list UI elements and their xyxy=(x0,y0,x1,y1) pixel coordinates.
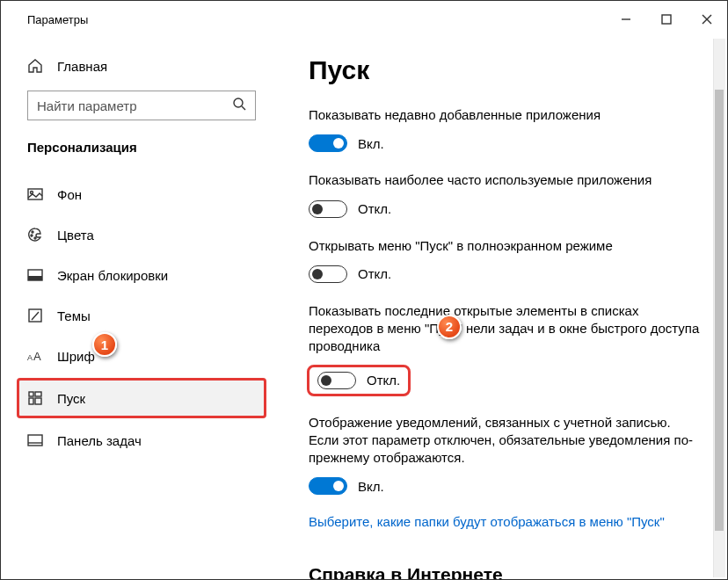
setting-notifications: Отображение уведомлений, связанных с уче… xyxy=(309,414,701,496)
svg-rect-18 xyxy=(29,398,33,404)
svg-rect-19 xyxy=(35,398,41,404)
svg-point-8 xyxy=(32,231,33,233)
svg-point-9 xyxy=(31,235,33,236)
search-input[interactable] xyxy=(27,91,256,120)
setting-label: Показывать наиболее часто используемые п… xyxy=(309,171,701,189)
svg-text:A: A xyxy=(33,350,41,362)
window-title: Параметры xyxy=(27,13,88,26)
sidebar-item-label: Темы xyxy=(57,308,91,323)
maximize-button[interactable] xyxy=(646,1,687,38)
font-icon: AA xyxy=(27,348,43,364)
sidebar-item-label: Фон xyxy=(57,187,82,202)
toggle-state: Откл. xyxy=(358,266,391,281)
toggle-jumplists[interactable] xyxy=(317,372,356,389)
sidebar-item-themes[interactable]: Темы xyxy=(1,295,282,336)
page-title: Пуск xyxy=(309,55,701,85)
toggle-state: Вкл. xyxy=(358,136,384,151)
sidebar: Главная Персонализация Фон Цвета Экран xyxy=(1,38,282,579)
scroll-thumb[interactable] xyxy=(715,90,724,181)
svg-point-10 xyxy=(34,237,36,239)
svg-point-7 xyxy=(31,192,33,194)
callout-1: 1 xyxy=(92,332,117,357)
scrollbar[interactable] xyxy=(713,39,725,577)
toggle-state: Откл. xyxy=(367,373,400,388)
svg-rect-17 xyxy=(35,392,41,396)
toggle-state: Вкл. xyxy=(358,479,384,494)
setting-jumplists: Показывать последние открытые элементы в… xyxy=(309,302,701,395)
sidebar-item-fonts[interactable]: AA Шриф 1 xyxy=(1,336,282,376)
toggle-state: Откл. xyxy=(358,201,391,216)
svg-rect-20 xyxy=(28,435,42,446)
sidebar-item-label: Пуск xyxy=(57,391,85,406)
search-icon xyxy=(232,97,246,114)
sidebar-item-colors[interactable]: Цвета xyxy=(1,214,282,255)
svg-text:A: A xyxy=(27,353,33,362)
setting-label: Показывать последние открытые элементы в… xyxy=(309,302,701,356)
setting-most-used: Показывать наиболее часто используемые п… xyxy=(309,171,701,217)
setting-label: Показывать недавно добавленные приложени… xyxy=(309,106,701,124)
folders-link[interactable]: Выберите, какие папки будут отображаться… xyxy=(309,514,701,529)
toggle-recent-apps[interactable] xyxy=(309,134,347,152)
taskbar-icon xyxy=(27,432,43,448)
home-label: Главная xyxy=(57,59,107,74)
sidebar-item-taskbar[interactable]: Панель задач xyxy=(1,420,282,460)
main-content: Пуск Показывать недавно добавленные прил… xyxy=(282,38,727,579)
sidebar-item-label: Экран блокировки xyxy=(57,268,168,283)
toggle-most-used[interactable] xyxy=(309,200,347,218)
sidebar-item-label: Панель задач xyxy=(57,433,142,448)
section-header: Персонализация xyxy=(1,133,282,169)
palette-icon xyxy=(27,227,43,243)
themes-icon xyxy=(27,308,43,323)
toggle-fullscreen[interactable] xyxy=(309,265,347,283)
scroll-thumb[interactable] xyxy=(715,179,724,531)
home-button[interactable]: Главная xyxy=(1,48,282,83)
toggle-notifications[interactable] xyxy=(309,477,347,495)
svg-line-5 xyxy=(242,106,245,110)
sidebar-item-background[interactable]: Фон xyxy=(1,174,282,214)
sidebar-item-start[interactable]: Пуск xyxy=(17,378,266,418)
setting-recent-apps: Показывать недавно добавленные приложени… xyxy=(309,106,701,152)
picture-icon xyxy=(27,186,43,202)
home-icon xyxy=(27,58,43,74)
svg-rect-12 xyxy=(28,276,42,280)
svg-rect-16 xyxy=(29,392,33,396)
start-icon xyxy=(27,390,43,406)
setting-fullscreen: Открывать меню "Пуск" в полноэкранном ре… xyxy=(309,237,701,283)
close-button[interactable] xyxy=(687,1,727,38)
lockscreen-icon xyxy=(27,267,43,283)
setting-label: Отображение уведомлений, связанных с уче… xyxy=(309,414,701,468)
sidebar-item-lockscreen[interactable]: Экран блокировки xyxy=(1,255,282,295)
svg-point-4 xyxy=(234,98,243,107)
sidebar-item-label: Шриф xyxy=(57,349,95,364)
minimize-button[interactable] xyxy=(606,1,646,38)
sidebar-item-label: Цвета xyxy=(57,228,94,243)
help-header: Справка в Интернете xyxy=(309,564,701,579)
svg-rect-1 xyxy=(662,15,671,24)
setting-label: Открывать меню "Пуск" в полноэкранном ре… xyxy=(309,237,701,255)
callout-2: 2 xyxy=(437,315,462,339)
